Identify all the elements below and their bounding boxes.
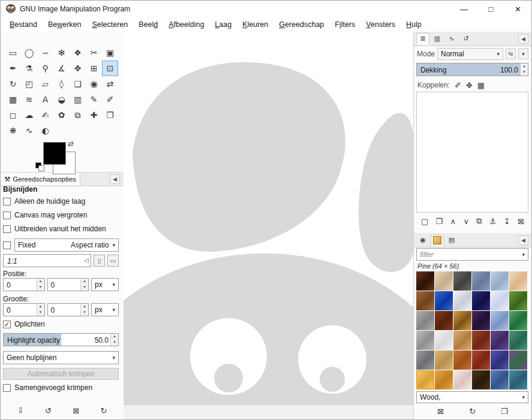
mode-options-button[interactable]: ▾: [518, 49, 528, 59]
tool-crop[interactable]: ⊡: [102, 61, 118, 76]
current-layer-only-checkbox[interactable]: [3, 198, 11, 206]
pattern-swatch[interactable]: [435, 350, 453, 370]
pattern-swatch[interactable]: [509, 370, 527, 389]
menu-bestand[interactable]: Bestand: [4, 19, 43, 31]
size-unit-dropdown[interactable]: px ▾: [91, 303, 119, 316]
new-layer-group-button[interactable]: ❐: [434, 216, 446, 227]
tool-mypaint-brush[interactable]: ✿: [53, 107, 70, 123]
merge-down-button[interactable]: ↧: [501, 216, 513, 227]
tool-unified-transform[interactable]: ❏: [70, 76, 86, 92]
pattern-swatch[interactable]: [472, 271, 490, 291]
aspect-ratio-input[interactable]: 1:1 ◁: [3, 254, 91, 267]
delete-layer-button[interactable]: ⊠: [515, 216, 527, 227]
pattern-swatch[interactable]: [416, 291, 434, 310]
pattern-swatch[interactable]: [453, 291, 471, 310]
tool-smudge[interactable]: ∿: [21, 123, 37, 138]
pattern-swatch[interactable]: [491, 350, 509, 370]
menu-selecteren[interactable]: Selecteren: [86, 19, 133, 31]
layer-mode-dropdown[interactable]: Normal ▾: [437, 48, 503, 60]
tool-rotate[interactable]: ↻: [5, 76, 21, 92]
new-layer-button[interactable]: ▢: [419, 216, 431, 227]
tool-fuzzy-select[interactable]: ✻: [53, 45, 70, 61]
lock-alpha-icon[interactable]: ▦: [477, 81, 485, 90]
highlight-checkbox[interactable]: ✓: [3, 321, 11, 328]
open-pattern-as-image-icon[interactable]: ❒: [498, 406, 510, 417]
spinner[interactable]: ▲▼: [80, 279, 88, 291]
pattern-swatch[interactable]: [472, 291, 490, 310]
pattern-swatch[interactable]: [416, 350, 434, 370]
expand-from-center-checkbox[interactable]: [3, 225, 11, 233]
tool-clone[interactable]: ⧉: [70, 107, 86, 123]
tool-eraser[interactable]: ◻: [5, 107, 21, 123]
tool-ellipse-select[interactable]: ◯: [21, 45, 37, 61]
tool-rectangle-select[interactable]: ▭: [5, 45, 21, 61]
pattern-swatch[interactable]: [453, 311, 471, 330]
tool-color-picker[interactable]: ⚗: [21, 61, 37, 76]
layer-opacity-slider[interactable]: Dekking 100.0 ▲▼: [416, 63, 528, 76]
size-height-input[interactable]: 0 ▲▼: [47, 303, 89, 316]
tool-gradient[interactable]: ▥: [70, 92, 86, 107]
tab-tool-options[interactable]: ⚒ Gereedschapsopties: [1, 173, 80, 185]
menu-filters[interactable]: Filters: [329, 19, 360, 31]
landscape-orientation-button[interactable]: ▭: [107, 255, 119, 267]
tab-paths[interactable]: ∿: [445, 33, 458, 45]
tool-handle-transform[interactable]: ◉: [86, 76, 102, 92]
pattern-swatch[interactable]: [491, 370, 509, 389]
tool-airbrush[interactable]: ☁: [21, 107, 37, 123]
pattern-swatch[interactable]: [509, 350, 527, 370]
pattern-swatch[interactable]: [453, 350, 471, 370]
pattern-swatch[interactable]: [472, 350, 490, 370]
pattern-swatch[interactable]: [416, 311, 434, 330]
tool-ink[interactable]: ✍: [37, 107, 53, 123]
pattern-swatch[interactable]: [416, 331, 434, 350]
swap-ratio-icon[interactable]: ◁: [84, 257, 89, 264]
pattern-swatch[interactable]: [491, 271, 509, 291]
spinner[interactable]: ▲▼: [80, 304, 88, 316]
raise-layer-button[interactable]: ∧: [448, 216, 459, 227]
tool-text[interactable]: A: [37, 92, 53, 107]
tool-paintbrush[interactable]: ✐: [102, 92, 118, 107]
save-tool-preset-icon[interactable]: ⇩: [15, 405, 26, 416]
allow-growing-checkbox[interactable]: [3, 211, 11, 219]
pattern-swatch[interactable]: [435, 291, 453, 310]
position-y-input[interactable]: 0 ▲▼: [47, 278, 89, 291]
tool-blur-sharpen[interactable]: ❋: [5, 123, 21, 138]
menu-kleuren[interactable]: Kleuren: [237, 19, 273, 31]
tool-move[interactable]: ✥: [70, 61, 86, 76]
lower-layer-button[interactable]: ∨: [461, 216, 471, 227]
shrink-merged-checkbox[interactable]: [3, 384, 11, 392]
pattern-swatch[interactable]: [509, 331, 527, 350]
foreground-color-swatch[interactable]: [43, 142, 66, 165]
pattern-swatch[interactable]: [491, 311, 509, 330]
menu-bewerken[interactable]: Bewerken: [43, 19, 87, 31]
tool-cage-transform[interactable]: ▦: [5, 92, 21, 107]
pattern-swatch[interactable]: [491, 291, 509, 310]
minimize-button[interactable]: —: [450, 1, 477, 17]
restore-tool-preset-icon[interactable]: ↺: [43, 405, 54, 416]
size-width-input[interactable]: 0 ▲▼: [3, 303, 45, 316]
menu-gereedschap[interactable]: Gereedschap: [273, 19, 329, 31]
tab-gradients[interactable]: ▤: [445, 234, 458, 246]
tool-warp-transform[interactable]: ≋: [21, 92, 37, 107]
spinner[interactable]: ▲▼: [37, 279, 44, 291]
panel-menu-button[interactable]: ◀: [518, 34, 528, 44]
pattern-swatch[interactable]: [509, 291, 527, 310]
tool-scissors-select[interactable]: ✂: [86, 45, 102, 61]
portrait-orientation-button[interactable]: ▯: [94, 255, 105, 267]
menu-beeld[interactable]: Beeld: [133, 19, 163, 31]
spinner[interactable]: ▲▼: [110, 334, 118, 346]
layers-list[interactable]: [416, 92, 528, 213]
position-unit-dropdown[interactable]: px ▾: [91, 278, 119, 291]
maximize-button[interactable]: □: [477, 1, 504, 17]
spinner[interactable]: ▲▼: [37, 304, 44, 316]
pattern-swatch[interactable]: [416, 370, 434, 389]
pattern-swatch[interactable]: [453, 331, 471, 350]
tab-brushes[interactable]: ◉: [416, 234, 429, 246]
menu-hulp[interactable]: Hulp: [401, 19, 427, 31]
tool-foreground-select[interactable]: ▣: [102, 45, 118, 61]
swap-colors-icon[interactable]: ⇄: [68, 140, 74, 148]
default-colors-icon[interactable]: [35, 162, 44, 171]
tab-patterns[interactable]: [431, 234, 444, 246]
tool-paths[interactable]: ✒: [5, 61, 21, 76]
auto-shrink-button[interactable]: Automatisch krimpen: [3, 368, 119, 380]
